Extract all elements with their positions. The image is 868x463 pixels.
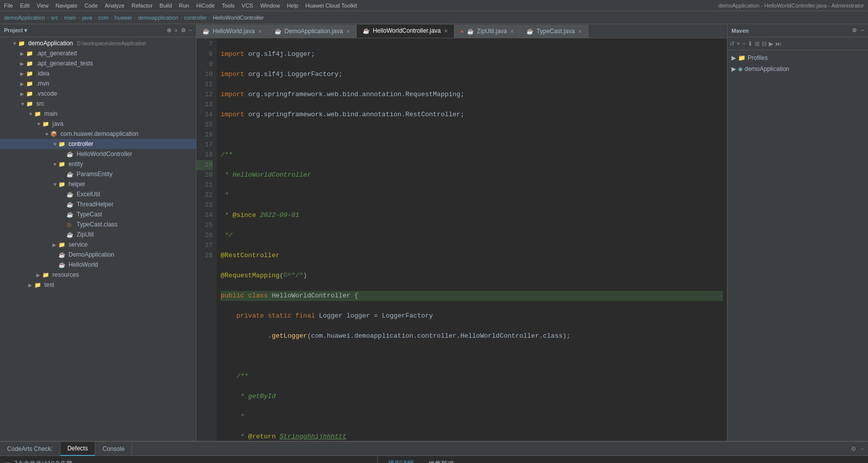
remove-icon[interactable]: −	[742, 40, 746, 47]
tree-arrow[interactable]: ▼	[28, 111, 34, 117]
breadcrumb-item-1[interactable]: src	[51, 15, 58, 21]
close-icon[interactable]: ✕	[258, 29, 262, 34]
menu-huawei[interactable]: Huawei Cloud Toolkit	[305, 3, 357, 9]
tree-item-demoApplication[interactable]: ▼ 📁 demoApplication D:\workspace\demoApp…	[0, 38, 196, 48]
breadcrumb-item-2[interactable]: main	[64, 15, 76, 21]
tree-item-java[interactable]: ▼ 📁 java	[0, 119, 196, 129]
expand-icon[interactable]: ⊞	[755, 40, 760, 47]
tree-arrow[interactable]: ▼	[52, 182, 58, 187]
tree-arrow[interactable]: ▼	[12, 41, 18, 46]
menu-help[interactable]: Help	[287, 3, 299, 9]
tab-TypeCast[interactable]: ☕ TypeCast.java ✕	[520, 25, 588, 38]
rule-tab-details[interactable]: 规则详情	[386, 456, 416, 463]
tree-item-TypeCast-class[interactable]: ◎ TypeCast.class	[0, 219, 196, 229]
tree-item-src[interactable]: ▼ 📁 src	[0, 99, 196, 109]
minimize-icon[interactable]: −	[189, 27, 192, 34]
menu-vcs[interactable]: VCS	[242, 3, 253, 9]
skip-icon[interactable]: ⏭	[775, 40, 781, 47]
tree-item-entity[interactable]: ▼ 📁 entity	[0, 159, 196, 169]
tree-arrow[interactable]: ▼	[44, 131, 50, 137]
expand-icon[interactable]: ▶	[731, 54, 736, 61]
tree-item-HelloWorld[interactable]: ☕ HelloWorld	[0, 260, 196, 270]
tree-item-main[interactable]: ▼ 📁 main	[0, 109, 196, 119]
menu-bar[interactable]: File Edit View Navigate Code Analyze Ref…	[4, 3, 357, 9]
tree-item-mvn[interactable]: ▶ 📁 .mvn	[0, 79, 196, 89]
tree-item-HelloWorldController[interactable]: ☕ HelloWorldController	[0, 149, 196, 159]
menu-view[interactable]: View	[37, 3, 49, 9]
settings-icon[interactable]: ⚙	[851, 445, 856, 452]
tree-item-ZipUtil[interactable]: ☕ ZipUtil	[0, 229, 196, 240]
tree-arrow[interactable]: ▶	[20, 71, 26, 76]
tree-item-ThreadHelper[interactable]: ☕ ThreadHelper	[0, 199, 196, 209]
menu-edit[interactable]: Edit	[20, 3, 30, 9]
menu-tools[interactable]: Tools	[222, 3, 235, 9]
breadcrumb-item-7[interactable]: controller	[184, 15, 207, 21]
run-icon[interactable]: ▶	[769, 40, 773, 47]
code-editor[interactable]: 7 8 9 10 11 12 13 14 15 16 17 18 19 20 2…	[196, 38, 727, 441]
settings-icon[interactable]: ⚙	[181, 27, 186, 34]
close-icon[interactable]: ✕	[510, 29, 514, 34]
tree-item-test[interactable]: ▶ 📁 test	[0, 280, 196, 290]
tree-arrow[interactable]: ▶	[52, 242, 58, 248]
bottom-panel-controls[interactable]: ⚙ −	[851, 445, 868, 452]
tree-item-controller[interactable]: ▼ 📁 controller	[0, 139, 196, 149]
menu-run[interactable]: Run	[179, 3, 189, 9]
tree-item-helper[interactable]: ▼ 📁 helper	[0, 179, 196, 189]
minimize-icon[interactable]: −	[860, 445, 864, 452]
tree-arrow[interactable]: ▼	[52, 141, 58, 147]
add-icon[interactable]: +	[737, 40, 740, 47]
menu-window[interactable]: Window	[260, 3, 280, 9]
breadcrumb-item-6[interactable]: demoapplication	[138, 15, 178, 21]
tree-arrow[interactable]: ▶	[20, 61, 26, 66]
close-icon[interactable]: ✕	[578, 29, 582, 34]
tree-arrow[interactable]: ▼	[20, 101, 26, 107]
tree-item-resources[interactable]: ▶ 📁 resources	[0, 270, 196, 280]
tree-arrow[interactable]: ▶	[28, 282, 34, 288]
breadcrumb-item-0[interactable]: demoApplication	[4, 15, 45, 21]
tree-arrow[interactable]: ▶	[36, 272, 42, 278]
close-icon[interactable]: ✕	[444, 28, 448, 34]
tree-arrow[interactable]: ▶	[20, 51, 26, 56]
tree-arrow[interactable]: ▼	[52, 162, 58, 167]
menu-hicode[interactable]: HiCode	[196, 3, 215, 9]
tab-HelloWorldController[interactable]: ☕ HelloWorldController.java ✕	[357, 25, 454, 38]
tree-arrow[interactable]: ▶	[20, 81, 26, 87]
tree-item-vscode[interactable]: ▶ 📁 .vscode	[0, 89, 196, 99]
refresh-icon[interactable]: ↺	[729, 40, 735, 47]
project-panel-icons[interactable]: ⊕ ≡ ⚙ −	[167, 27, 192, 34]
tab-DemoApplication[interactable]: ☕ DemoApplication.java ✕	[269, 25, 357, 38]
close-icon[interactable]: ✕	[346, 29, 350, 34]
expand-icon[interactable]: ▶	[731, 65, 736, 72]
breadcrumb-item-5[interactable]: huawei	[114, 15, 132, 21]
menu-build[interactable]: Build	[160, 3, 172, 9]
tree-item-DemoApplication[interactable]: ☕ DemoApplication	[0, 250, 196, 260]
collapse-icon[interactable]: ⊟	[762, 40, 767, 47]
collapse-icon[interactable]: ≡	[174, 27, 177, 34]
filter-icon[interactable]: ▼	[4, 460, 10, 464]
maven-demoApplication[interactable]: ▶ ◆ demoApplication	[729, 63, 866, 74]
breadcrumb-item-4[interactable]: com	[98, 15, 109, 21]
settings-icon[interactable]: ⚙	[852, 27, 857, 34]
tree-item-apt-generated[interactable]: ▶ 📁 .apt_generated	[0, 48, 196, 58]
maven-profiles[interactable]: ▶ 📁 Profiles	[729, 52, 866, 63]
minimize-icon[interactable]: −	[861, 27, 864, 34]
tree-item-apt-generated-tests[interactable]: ▶ 📁 .apt_generated_tests	[0, 58, 196, 68]
tree-item-com-huawei[interactable]: ▼ 📦 com.huawei.demoapplication	[0, 129, 196, 139]
bottom-tab-codearts-check-label[interactable]: CodeArts Check:	[0, 442, 60, 456]
bottom-tab-defects[interactable]: Defects	[60, 442, 96, 456]
menu-navigate[interactable]: Navigate	[55, 3, 77, 9]
menu-code[interactable]: Code	[85, 3, 98, 9]
menu-file[interactable]: File	[4, 3, 13, 9]
tree-item-idea[interactable]: ▶ 📁 .idea	[0, 68, 196, 79]
menu-analyze[interactable]: Analyze	[105, 3, 124, 9]
download-icon[interactable]: ⬇	[748, 40, 753, 47]
menu-refactor[interactable]: Refactor	[131, 3, 153, 9]
tree-item-ExcelUtil[interactable]: ☕ ExcelUtil	[0, 189, 196, 199]
tree-item-TypeCast[interactable]: ☕ TypeCast	[0, 209, 196, 219]
tab-ZipUtil[interactable]: ● ☕ ZipUtil.java ✕	[454, 25, 520, 38]
code-text[interactable]: import org.slf4j.Logger; import org.slf4…	[217, 38, 727, 441]
tree-item-ParamsEntity[interactable]: ☕ ParamsEntity	[0, 169, 196, 179]
tree-arrow[interactable]: ▼	[36, 121, 42, 127]
sync-icon[interactable]: ⊕	[167, 27, 171, 34]
rule-tab-fix-preview[interactable]: 修复预览	[426, 456, 456, 463]
